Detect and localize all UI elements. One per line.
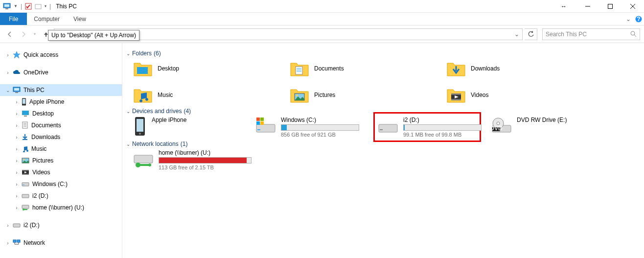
tab-computer[interactable]: Computer [27, 13, 67, 25]
drive-label: i2 (D:) [403, 117, 482, 123]
svg-rect-72 [134, 155, 153, 163]
drive-icon [378, 117, 398, 136]
qat-customize-icon[interactable]: ▾ [45, 4, 46, 8]
tree-apple-iphone[interactable]: ›Apple iPhone [0, 96, 122, 108]
collapse-icon[interactable]: ⌄ [126, 141, 130, 147]
file-tab[interactable]: File [0, 13, 27, 25]
folder-label: Pictures [314, 92, 335, 98]
refresh-button[interactable] [525, 28, 537, 40]
drive-label: DVD RW Drive (E:) [517, 117, 579, 123]
back-button[interactable] [4, 28, 16, 40]
expand-icon[interactable]: › [14, 135, 20, 140]
folder-pictures[interactable]: Pictures [290, 85, 388, 105]
svg-rect-32 [22, 170, 29, 171]
tab-view[interactable]: View [67, 13, 93, 25]
expand-icon[interactable]: › [14, 111, 20, 117]
network-drive-home[interactable]: home (\\burner) (U:) 113 GB free of 2.15… [133, 149, 241, 170]
forward-button[interactable] [18, 28, 29, 40]
folder-icon [290, 87, 309, 103]
tree-label: Videos [31, 169, 50, 176]
svg-point-14 [631, 31, 635, 35]
tree-videos[interactable]: ›Videos [0, 166, 122, 178]
drive-icon [22, 193, 29, 199]
tree-windows-c[interactable]: ›Windows (C:) [0, 178, 122, 190]
address-dropdown-icon[interactable]: ⌄ [512, 31, 521, 38]
ribbon-tabs: File Computer View ⌄ ? [0, 13, 644, 25]
tree-label: i2 (D:) [31, 192, 48, 199]
tree-desktop[interactable]: ›Desktop [0, 108, 122, 119]
folder-label: Desktop [158, 65, 179, 72]
close-button[interactable] [621, 0, 644, 13]
up-button-tooltip: Up to "Desktop" (Alt + Up Arrow) [48, 30, 139, 41]
ribbon-expand-icon[interactable]: ⌄ [623, 13, 633, 25]
folder-desktop[interactable]: Desktop [133, 59, 231, 78]
svg-rect-55 [451, 99, 461, 100]
svg-point-75 [148, 164, 151, 166]
tree-i2-d[interactable]: ›i2 (D:) [0, 190, 122, 202]
navigation-tree: › Quick access › OneDrive ⌄ This PC ›App… [0, 43, 122, 258]
recent-locations-button[interactable]: ▾ [31, 28, 38, 40]
tree-music[interactable]: ›Music [0, 143, 122, 155]
tree-quick-access[interactable]: › Quick access [0, 49, 122, 61]
collapse-icon[interactable]: ⌄ [5, 88, 11, 93]
expand-icon[interactable]: › [5, 240, 11, 246]
expand-icon[interactable]: › [5, 52, 11, 58]
drive-i2-d[interactable]: i2 (D:) 99.1 MB free of 99.8 MB [373, 112, 481, 142]
folder-downloads[interactable]: Downloads [446, 59, 544, 78]
expand-icon[interactable]: › [14, 146, 20, 152]
expand-icon[interactable]: › [14, 99, 20, 105]
group-name: Network locations [132, 141, 179, 147]
folder-icon [446, 60, 466, 77]
expand-icon[interactable]: › [14, 158, 20, 164]
expand-icon[interactable]: › [5, 223, 11, 228]
svg-rect-37 [22, 205, 29, 209]
folder-icon [133, 87, 153, 103]
tree-downloads[interactable]: ›Downloads [0, 131, 122, 143]
os-drive-icon [255, 117, 276, 136]
expand-icon[interactable]: › [14, 170, 20, 175]
drive-apple-iphone[interactable]: Apple iPhone [133, 117, 241, 138]
folder-music[interactable]: Music [133, 85, 231, 105]
tree-pictures[interactable]: ›Pictures [0, 155, 122, 166]
folder-videos[interactable]: Videos [446, 85, 544, 105]
expand-icon[interactable]: › [5, 70, 11, 75]
tree-label: Documents [30, 122, 61, 129]
search-box[interactable]: Search This PC [542, 28, 640, 40]
svg-rect-35 [23, 185, 24, 185]
desktop-icon [22, 110, 29, 117]
folder-documents[interactable]: Documents [290, 59, 388, 78]
expand-icon[interactable]: › [14, 205, 20, 211]
new-folder-icon[interactable] [35, 3, 42, 10]
expand-icon[interactable]: › [14, 193, 20, 199]
resize-grip-icon: ↔ [561, 3, 567, 10]
drive-windows-c[interactable]: Windows (C:) 856 GB free of 921 GB [255, 117, 363, 138]
minimize-button[interactable] [576, 0, 599, 13]
drive-dvd-rw[interactable]: DVD DVD RW Drive (E:) [491, 117, 579, 138]
qat-separator2: | [49, 3, 51, 10]
expand-icon[interactable]: › [14, 182, 20, 187]
tree-home-burner[interactable]: ›home (\\burner) (U:) [0, 202, 122, 213]
tree-this-pc[interactable]: ⌄ This PC [0, 84, 122, 96]
free-space-text: 113 GB free of 2.15 TB [159, 164, 252, 170]
qat-dropdown-icon[interactable]: ▼ [14, 4, 18, 8]
svg-rect-54 [451, 94, 461, 95]
onedrive-icon [13, 70, 21, 75]
tree-label: Pictures [31, 157, 53, 164]
tree-i2-detached[interactable]: ›i2 (D:) [0, 219, 122, 231]
tree-documents[interactable]: ›Documents [0, 119, 122, 131]
help-icon[interactable]: ? [633, 13, 644, 25]
expand-icon[interactable]: › [14, 123, 20, 128]
collapse-icon[interactable]: ⌄ [126, 51, 130, 56]
tree-label: Quick access [23, 51, 58, 58]
properties-icon[interactable] [25, 3, 32, 10]
title-bar: ▼ | ▾ | This PC ↔ [0, 0, 644, 13]
tree-network[interactable]: ›Network [0, 237, 122, 249]
svg-rect-22 [22, 111, 29, 115]
maximize-button[interactable] [599, 0, 621, 13]
search-icon [630, 31, 637, 37]
group-header-folders[interactable]: ⌄ Folders (6) [126, 50, 636, 57]
tree-onedrive[interactable]: › OneDrive [0, 67, 122, 78]
collapse-icon[interactable]: ⌄ [126, 109, 130, 114]
svg-point-52 [296, 94, 298, 96]
svg-rect-42 [17, 240, 20, 242]
